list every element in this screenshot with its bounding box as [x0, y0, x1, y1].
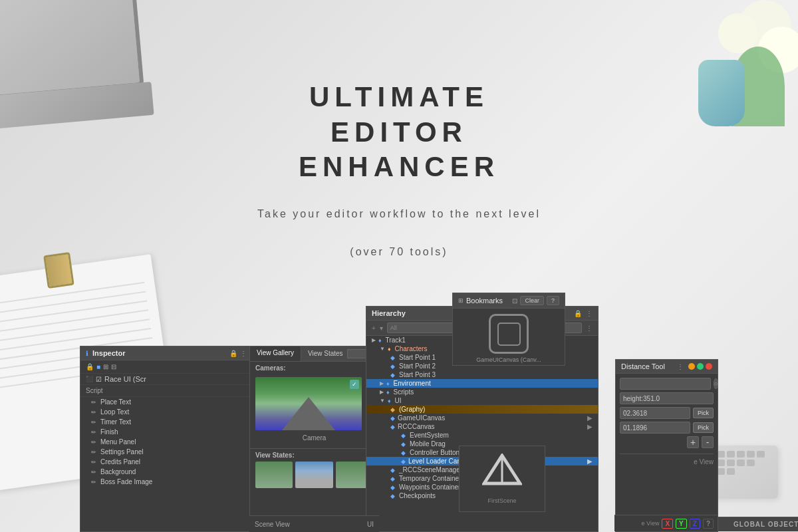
hero-subtitle2: (over 70 tools) [257, 243, 541, 261]
close-button[interactable] [706, 363, 712, 370]
add-icon[interactable]: + [372, 325, 376, 332]
distance-input-field[interactable] [620, 378, 711, 390]
camera-label: Camera [250, 433, 378, 446]
camera-checkmark-icon: ✓ [350, 380, 359, 389]
hierarchy-menu-icon[interactable]: ⋮ [586, 310, 593, 317]
distance-circle-button[interactable]: ○ [714, 378, 718, 389]
scene-view-label: Scene View [255, 521, 290, 528]
sp2-icon: ◆ [390, 363, 395, 370]
flowers-decoration [678, 0, 798, 126]
cb-icon: ◆ [401, 450, 406, 456]
hero-title-block: ULTIMATE EDITOR ENHANCER Take your edito… [257, 80, 541, 261]
plus-button[interactable]: + [687, 436, 699, 448]
minus-button[interactable]: - [702, 436, 714, 448]
view-gallery-panel: View Gallery View States Cameras: ✓ Came… [249, 346, 379, 532]
unity-logo-svg [482, 454, 522, 493]
camera-preview: ✓ [255, 377, 362, 430]
expand-icon-scripts: ▶ [380, 389, 384, 395]
view-gallery-search[interactable] [347, 349, 367, 358]
sp3-label: Start Point 3 [399, 371, 436, 378]
md-icon: ◆ [401, 441, 406, 448]
hierarchy-item-eventsystem[interactable]: ◆ EventSystem [366, 431, 598, 440]
distance-value2: 02.3618 [620, 407, 690, 419]
minimize-button[interactable] [688, 363, 695, 370]
pen-icon-9: ✏ [91, 479, 96, 485]
hierarchy-item-rcccanvas[interactable]: ◆ RCCCanvas ▶ [366, 422, 598, 431]
sp2-label: Start Point 2 [399, 362, 436, 370]
y-axis-button[interactable]: Y [676, 519, 687, 529]
hierarchy-options-icon[interactable]: ⋮ [586, 325, 593, 332]
bookmarks-title: Bookmarks [466, 297, 503, 305]
gameuicanvas-icon: ◆ [390, 415, 395, 422]
ui-windows-area: ℹ Inspector 🔒 ⋮ 🔒 ■ ⊞ ⊟ ⬛ ☑ Race UI (Scr… [80, 306, 718, 532]
ui-folder-label: UI [395, 397, 402, 404]
rcccanvas-arrow: ▶ [587, 423, 593, 430]
hierarchy-item-scripts[interactable]: ▶ ♦ Scripts [366, 388, 598, 396]
scene-view-bar: Scene View UI [249, 515, 379, 532]
inspector-menu-icon[interactable]: ⋮ [240, 350, 247, 357]
hierarchy-lock-icon[interactable]: 🔒 [574, 310, 582, 317]
pick-button-1[interactable]: Pick [693, 408, 714, 418]
hierarchy-title: Hierarchy [372, 309, 406, 317]
bookmark-grid-icon: ⊞ [458, 297, 464, 304]
inspector-grid-icon: ⊟ [111, 363, 116, 370]
component-row: ⬛ ☑ Race UI (Scr [80, 374, 252, 385]
inspector-color-swatch: ■ [96, 363, 100, 370]
xyz-text: e View [642, 520, 660, 527]
hierarchy-item-sp3[interactable]: ◆ Start Point 3 [366, 370, 598, 379]
hierarchy-item-graphy[interactable]: ◆ (Graphy) [366, 405, 598, 414]
cameras-label: Cameras: [250, 362, 378, 374]
sp1-label: Start Point 1 [399, 354, 436, 361]
wp-icon: ◆ [390, 484, 395, 491]
pen-icon-5: ✏ [91, 439, 96, 446]
help-button[interactable]: ? [547, 296, 559, 305]
pick-button-2[interactable]: Pick [693, 422, 714, 433]
script-item-finish: ✏ Finish [80, 427, 252, 437]
x-axis-button[interactable]: X [662, 519, 673, 529]
script-item-background: ✏ Background [80, 467, 252, 477]
cp-icon: ◆ [390, 493, 395, 499]
view-states-label: View States: [255, 452, 373, 459]
expand-icon-env: ▶ [380, 380, 384, 386]
script-item-loop-text: ✏ Loop Text [80, 407, 252, 417]
view-states-section: View States: [250, 448, 378, 491]
help-xyz-button[interactable]: ? [703, 519, 714, 529]
gameuicanvas-arrow: ▶ [587, 414, 593, 422]
distance-value1: height:351.0 [620, 392, 714, 404]
sp3-icon: ◆ [390, 372, 395, 378]
tab-view-states[interactable]: View States [301, 346, 374, 361]
rcccanvas-label: RCCCanvas [398, 423, 435, 430]
tab-view-gallery[interactable]: View Gallery [250, 346, 301, 361]
rs-icon: ◆ [390, 467, 395, 473]
hierarchy-item-env[interactable]: ▶ ♦ Environment [366, 379, 598, 388]
md-label: Mobile Drag [410, 440, 446, 448]
hierarchy-item-gameuicanvas[interactable]: ◆ GameUICanvas ▶ [366, 414, 598, 422]
pen-icon-7: ✏ [91, 459, 96, 466]
script-label: Script [80, 385, 252, 397]
add-dropdown-icon[interactable]: ▾ [380, 325, 383, 332]
script-item-settings-panel: ✏ Settings Panel [80, 447, 252, 457]
gallery-tabs: View Gallery View States [250, 346, 378, 362]
inspector-lock-icon[interactable]: 🔒 [229, 350, 237, 357]
dist-menu-icon[interactable]: ⋮ [677, 363, 684, 370]
inspector-header: ℹ Inspector 🔒 ⋮ [80, 346, 252, 360]
rs-label: _RCCSceneManager [399, 466, 462, 473]
sp1-icon: ◆ [390, 354, 395, 361]
hero-subtitle1: Take your editor workflow to the next le… [257, 205, 541, 223]
z-axis-button[interactable]: Z [690, 519, 700, 529]
graphy-label: (Graphy) [399, 406, 425, 413]
laptop-decoration [0, 0, 173, 133]
bookmarks-header: ⊞ Bookmarks ⊡ Clear ? [453, 293, 565, 309]
inspector-panel: ℹ Inspector 🔒 ⋮ 🔒 ■ ⊞ ⊟ ⬛ ☑ Race UI (Scr… [80, 346, 253, 532]
clear-button[interactable]: Clear [520, 296, 544, 305]
scripts-icon: ♦ [386, 389, 390, 396]
script-item-place-text: ✏ Place Text [80, 397, 252, 407]
distance-content: ○ height:351.0 02.3618 Pick 01.1896 Pick… [616, 374, 718, 469]
hierarchy-item-ui[interactable]: ▼ ♦ UI [366, 396, 598, 405]
script-item-timer-text: ✏ Timer Text [80, 417, 252, 427]
title-line3: ENHANCER [257, 150, 541, 185]
expand-icon-ui: ▼ [380, 398, 385, 404]
maximize-button[interactable] [697, 363, 704, 370]
component-checkbox[interactable]: ☑ [96, 376, 102, 383]
bookmarks-panel: ⊞ Bookmarks ⊡ Clear ? GameUICanvas (Canv… [452, 293, 565, 366]
